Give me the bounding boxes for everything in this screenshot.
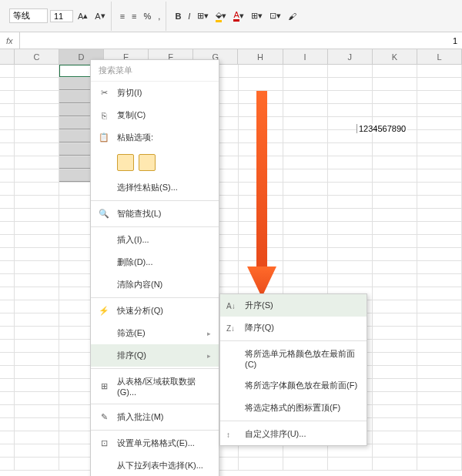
annotation-arrow-icon	[247, 91, 278, 299]
from-table-item[interactable]: ⊞从表格/区域获取数据(G)...	[91, 370, 219, 402]
comma-button[interactable]: ,	[156, 10, 162, 22]
sort-asc-item[interactable]: A↓升序(S)	[220, 294, 367, 317]
insert-comment-item[interactable]: ✎插入批注(M)	[91, 406, 219, 428]
sort-desc-item[interactable]: Z↓降序(Q)	[220, 317, 367, 339]
format-cells-item[interactable]: ⊡设置单元格格式(E)...	[91, 432, 219, 454]
font-name-selector[interactable]: 等线	[9, 8, 48, 23]
sort-asc-icon: A↓	[226, 301, 236, 310]
context-search[interactable]: 搜索菜单	[91, 60, 219, 82]
sort-font-color-item[interactable]: 将所选字体颜色放在最前面(F)	[220, 374, 367, 397]
chevron-right-icon: ▸	[207, 352, 211, 360]
comment-icon: ✎	[99, 412, 109, 423]
borders-button[interactable]: ⊞▾	[249, 9, 265, 22]
increase-font-button[interactable]: A▴	[75, 9, 90, 22]
cut-item[interactable]: ✂剪切(I)	[91, 82, 219, 104]
font-color-button[interactable]: A▾	[231, 8, 246, 23]
delete-item[interactable]: 删除(D)...	[91, 251, 219, 273]
pick-from-list-item[interactable]: 从下拉列表中选择(K)...	[91, 454, 219, 476]
col-header[interactable]: I	[283, 49, 328, 64]
formula-bar: fx 1	[0, 32, 462, 49]
decrease-font-button[interactable]: A▾	[92, 9, 107, 22]
format-group: B I ⊞▾ ⬙▾ A▾ ⊞▾ ⊡▾ 🖌	[169, 2, 301, 31]
paste-values-icon[interactable]	[139, 154, 156, 171]
col-header[interactable]: H	[238, 49, 283, 64]
col-header-blank	[0, 49, 15, 64]
insert-item[interactable]: 插入(I)...	[91, 229, 219, 251]
sort-icon-item[interactable]: 将选定格式的图标置顶(F)	[220, 397, 367, 419]
percent-button[interactable]: %	[142, 10, 154, 22]
col-header[interactable]: C	[15, 49, 59, 64]
bold-button[interactable]: B	[172, 10, 183, 22]
fx-icon[interactable]: fx	[0, 32, 20, 49]
analysis-icon: ⚡	[99, 306, 109, 317]
context-menu: 搜索菜单 ✂剪切(I) ⎘复制(C) 📋粘贴选项: 选择性粘贴(S)... 🔍智…	[90, 59, 219, 476]
scissors-icon: ✂	[99, 88, 109, 99]
format-icon: ⊡	[99, 438, 109, 449]
quick-analysis-item[interactable]: ⚡快速分析(Q)	[91, 300, 219, 322]
filter-item[interactable]: 筛选(E)▸	[91, 322, 219, 344]
clipboard-icon: 📋	[99, 132, 109, 143]
paste-special-item[interactable]: 选择性粘贴(S)...	[91, 176, 219, 199]
fill-color-button[interactable]: ⬙▾	[213, 8, 229, 24]
align-top-button[interactable]: ≡	[118, 10, 127, 22]
italic-button[interactable]: I	[186, 10, 192, 22]
ribbon-toolbar: 等线 11 A▴ A▾ ≡ ≡ % , B I ⊞▾ ⬙▾ A▾ ⊞▾ ⊡▾ 🖌	[0, 0, 462, 32]
sort-item[interactable]: 排序(Q)▸	[91, 344, 219, 367]
sort-cell-color-item[interactable]: 将所选单元格颜色放在最前面(C)	[220, 343, 367, 374]
sample-cell-value: 1234567890	[357, 124, 407, 133]
align-middle-button[interactable]: ≡	[129, 10, 139, 22]
paste-options-icons	[91, 149, 219, 176]
formula-input[interactable]: 1	[20, 36, 462, 45]
chevron-right-icon: ▸	[207, 330, 211, 337]
paste-options-label: 📋粘贴选项:	[91, 126, 219, 149]
svg-marker-1	[247, 266, 276, 297]
smart-lookup-item[interactable]: 🔍智能查找(L)	[91, 203, 219, 225]
column-headers: C D E F G H I J K L	[0, 49, 462, 65]
merge-button[interactable]: ⊡▾	[267, 9, 283, 22]
sort-submenu: A↓升序(S) Z↓降序(Q) 将所选单元格颜色放在最前面(C) 将所选字体颜色…	[219, 293, 367, 446]
search-icon: 🔍	[99, 209, 109, 220]
table-icon: ⊞	[99, 381, 109, 392]
border-button[interactable]: ⊞▾	[195, 9, 211, 22]
copy-icon: ⎘	[99, 110, 109, 121]
sort-custom-item[interactable]: ↕自定义排序(U)...	[220, 423, 367, 445]
clear-item[interactable]: 清除内容(N)	[91, 273, 219, 296]
sort-desc-icon: Z↓	[226, 323, 235, 332]
sort-custom-icon: ↕	[226, 430, 230, 438]
paste-icon[interactable]	[117, 154, 134, 171]
col-header[interactable]: L	[417, 49, 462, 64]
col-header[interactable]: J	[328, 49, 373, 64]
font-size-selector[interactable]: 11	[50, 10, 73, 22]
format-painter-button[interactable]: 🖌	[286, 10, 299, 22]
copy-item[interactable]: ⎘复制(C)	[91, 104, 219, 126]
alignment-group: ≡ ≡ % ,	[115, 2, 167, 31]
font-group: 等线 11 A▴ A▾	[6, 2, 112, 31]
col-header[interactable]: K	[373, 49, 417, 64]
svg-rect-0	[256, 91, 267, 268]
